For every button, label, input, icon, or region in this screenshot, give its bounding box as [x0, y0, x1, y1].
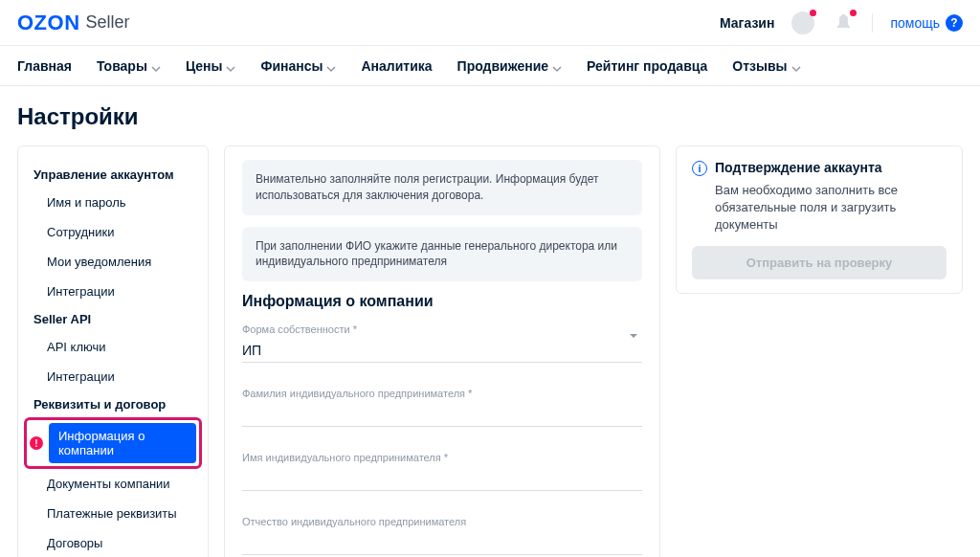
nav-item-главная[interactable]: Главная [17, 58, 72, 74]
divider [872, 13, 873, 33]
lastname-input[interactable] [242, 403, 642, 427]
sidebar-item[interactable]: Платежные реквизиты [18, 499, 208, 528]
help-label: помощь [890, 15, 940, 31]
avatar-icon[interactable] [791, 11, 814, 34]
nav-item-финансы[interactable]: Финансы [260, 58, 336, 74]
help-link[interactable]: помощь ? [890, 14, 963, 32]
firstname-input[interactable] [242, 467, 642, 491]
sidebar-item-label: Информация о компании [49, 423, 196, 463]
chevron-down-icon [552, 61, 562, 71]
notice-secondary: При заполнении ФИО укажите данные генера… [242, 227, 642, 282]
notice-primary: Внимательно заполняйте поля регистрации.… [242, 160, 642, 215]
middlename-input[interactable] [242, 531, 642, 555]
main-nav: ГлавнаяТоварыЦеныФинансыАналитикаПродвиж… [0, 46, 980, 86]
logo-main: OZON [17, 11, 80, 35]
settings-sidebar: Управление аккаунтомИмя и парольСотрудни… [17, 145, 209, 557]
chevron-down-icon [151, 61, 161, 71]
sidebar-item[interactable]: Договоры [18, 528, 208, 557]
submit-review-button[interactable]: Отправить на проверку [692, 246, 947, 279]
firstname-label: Имя индивидуального предпринимателя * [242, 452, 642, 463]
sidebar-item[interactable]: Сотрудники [18, 217, 208, 247]
sidebar-item[interactable]: Документы компании [18, 469, 208, 499]
ownership-label: Форма собственности * [242, 323, 642, 335]
nav-item-товары[interactable]: Товары [97, 58, 161, 74]
aside-title: Подтверждение аккаунта [715, 160, 882, 175]
aside-text: Вам необходимо заполнить все обязательны… [692, 182, 947, 234]
help-icon: ? [946, 14, 963, 32]
nav-item-отзывы[interactable]: Отзывы [732, 58, 800, 74]
settings-main: Внимательно заполняйте поля регистрации.… [224, 145, 660, 557]
chevron-down-icon [791, 61, 801, 71]
nav-item-аналитика[interactable]: Аналитика [361, 58, 432, 74]
sidebar-section-title: Seller API [18, 306, 208, 332]
sidebar-section-title: Реквизиты и договор [18, 391, 208, 417]
account-confirmation-card: i Подтверждение аккаунта Вам необходимо … [676, 145, 963, 294]
chevron-down-icon [226, 61, 235, 71]
ownership-select[interactable] [242, 339, 642, 363]
info-icon: i [692, 161, 707, 176]
nav-item-цены[interactable]: Цены [186, 58, 236, 74]
sidebar-item[interactable]: Имя и пароль [18, 188, 208, 217]
chevron-down-icon [326, 61, 336, 71]
bell-icon[interactable] [832, 11, 855, 34]
logo-sub: Seller [86, 12, 130, 33]
sidebar-item[interactable]: Мои уведомления [18, 247, 208, 277]
shop-label[interactable]: Магазин [720, 15, 774, 31]
alert-icon: ! [30, 436, 43, 450]
nav-item-рейтинг продавца[interactable]: Рейтинг продавца [587, 58, 707, 74]
section-title: Информация о компании [242, 293, 642, 310]
chevron-down-icon [629, 327, 638, 337]
sidebar-item[interactable]: Интеграции [18, 362, 208, 391]
logo[interactable]: OZON Seller [17, 11, 130, 35]
nav-item-продвижение[interactable]: Продвижение [457, 58, 562, 74]
sidebar-item-active[interactable]: !Информация о компании [18, 417, 208, 469]
middlename-label: Отчество индивидуального предпринимателя [242, 516, 642, 527]
sidebar-section-title: Управление аккаунтом [18, 162, 208, 188]
sidebar-item[interactable]: API ключи [18, 332, 208, 362]
lastname-label: Фамилия индивидуального предпринимателя … [242, 388, 642, 399]
page-title: Настройки [17, 103, 963, 130]
sidebar-item[interactable]: Интеграции [18, 277, 208, 306]
